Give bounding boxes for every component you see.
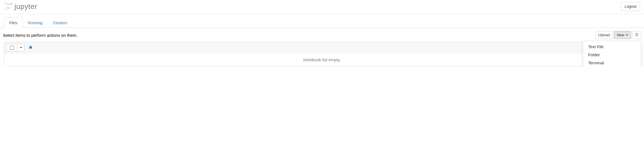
refresh-button[interactable] [632,31,641,39]
select-all-checkbox-wrap[interactable] [6,44,17,52]
list-empty-message: Notebook list empty. [4,53,640,66]
jupyter-logo-icon [4,2,13,11]
new-menu-folder[interactable]: Folder [583,51,641,59]
upload-button[interactable]: Upload [595,31,613,39]
tab-clusters[interactable]: Clusters [48,18,73,28]
new-menu-terminal[interactable]: Terminal [583,59,641,66]
list-header [4,42,640,53]
new-dropdown-button[interactable]: New [614,31,631,39]
caret-down-icon [20,47,22,48]
new-menu-text-file[interactable]: Text File [583,43,641,51]
select-all-checkbox[interactable] [10,46,14,50]
svg-point-0 [5,3,6,3]
action-instruction: Select items to perform actions on them. [3,33,77,38]
svg-point-1 [11,3,12,4]
tab-files[interactable]: Files [4,18,23,28]
caret-down-icon [626,35,628,36]
tab-running[interactable]: Running [23,18,48,28]
select-dropdown-button[interactable] [17,44,24,52]
logout-button[interactable]: Logout [621,2,640,11]
breadcrumb-home[interactable] [28,45,33,50]
new-dropdown-menu: Text File Folder Terminal Notebooks Pyth… [583,41,641,66]
tabs-nav: Files Running Clusters [0,14,644,28]
new-dropdown-label: New [617,33,624,38]
refresh-icon [635,33,639,38]
home-icon [28,45,33,50]
jupyter-logo[interactable]: jupyter [4,2,37,11]
svg-point-2 [5,9,6,10]
notebook-list: Notebook list empty. [4,42,640,66]
logo-text: jupyter [14,2,37,11]
